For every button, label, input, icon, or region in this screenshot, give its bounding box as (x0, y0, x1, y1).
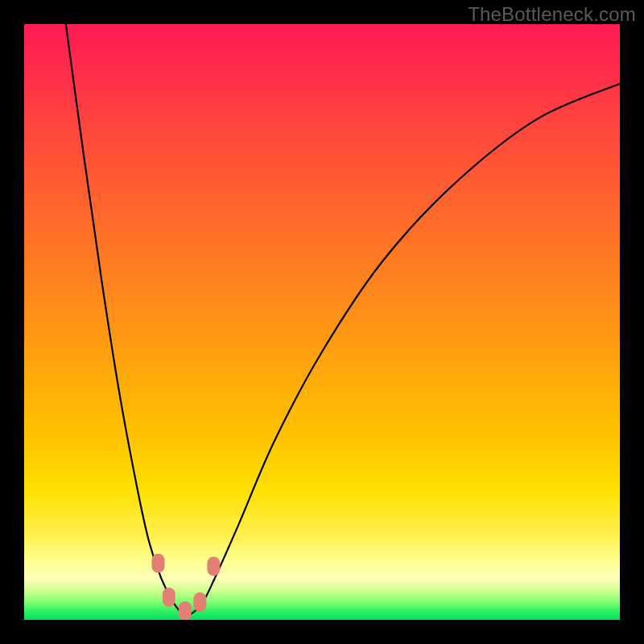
chart-svg (24, 24, 620, 620)
bottleneck-curve (66, 24, 620, 615)
chart-frame: TheBottleneck.com (0, 0, 644, 644)
curve-marker (163, 588, 175, 607)
curve-marker (179, 601, 192, 620)
curve-marker (152, 554, 165, 573)
curve-marker (193, 592, 206, 612)
chart-plot-area (24, 24, 620, 620)
watermark-text: TheBottleneck.com (468, 3, 636, 26)
curve-marker (207, 556, 220, 576)
curve-markers (152, 554, 221, 620)
